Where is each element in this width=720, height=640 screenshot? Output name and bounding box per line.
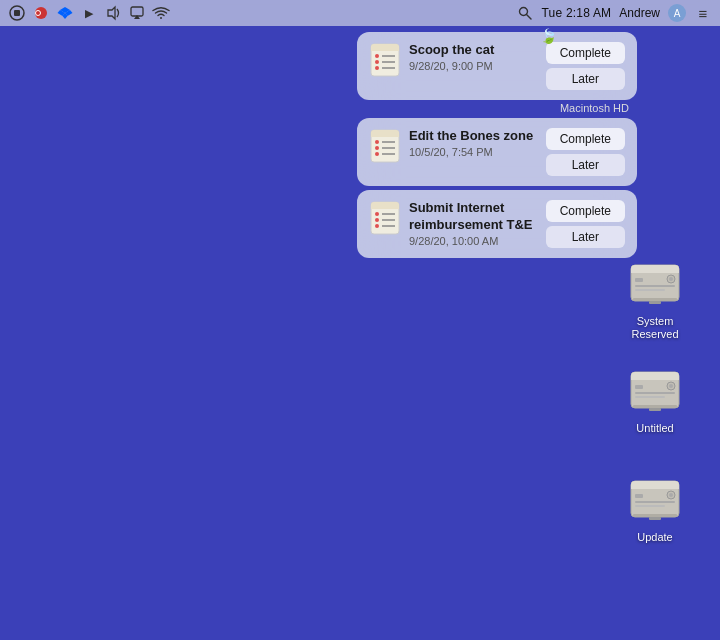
- svg-rect-64: [635, 501, 675, 503]
- notification-actions-1: Complete Later: [546, 42, 625, 90]
- chevron-right-icon[interactable]: ▶: [80, 4, 98, 22]
- notification-card-3: Submit Internet reimbursement T&E 9/28/2…: [357, 190, 637, 258]
- volume-icon[interactable]: [104, 4, 122, 22]
- svg-point-29: [375, 152, 379, 156]
- svg-rect-9: [131, 7, 143, 16]
- todo-app-icon-2: [369, 128, 401, 164]
- svg-rect-58: [633, 405, 677, 408]
- svg-rect-53: [635, 385, 643, 389]
- svg-rect-65: [635, 505, 665, 507]
- todo-app-icon-3: [369, 200, 401, 236]
- untitled-label: Untitled: [636, 422, 673, 435]
- notification-card-1: 🍃 Scoop the cat 9/28/20, 9:00 PM Complet…: [357, 32, 637, 100]
- notifications-panel: 🍃 Scoop the cat 9/28/20, 9:00 PM Complet…: [357, 32, 637, 258]
- dropbox-icon[interactable]: [56, 4, 74, 22]
- svg-point-20: [375, 66, 379, 70]
- svg-rect-49: [649, 301, 661, 304]
- svg-point-38: [375, 224, 379, 228]
- menubar-right: Tue 2:18 AM Andrew A ≡: [516, 4, 712, 22]
- svg-rect-59: [649, 408, 661, 411]
- svg-rect-62: [631, 486, 679, 489]
- svg-point-57: [669, 384, 673, 388]
- notification-card-2: Edit the Bones zone 10/5/20, 7:54 PM Com…: [357, 118, 637, 186]
- desktop-icon-untitled[interactable]: Untitled: [615, 362, 695, 435]
- notification-actions-2: Complete Later: [546, 128, 625, 176]
- todo-app-icon-1: [369, 42, 401, 78]
- svg-point-27: [375, 146, 379, 150]
- complete-button-1[interactable]: Complete: [546, 42, 625, 64]
- svg-rect-63: [635, 494, 643, 498]
- notification-title-1: Scoop the cat: [409, 42, 538, 59]
- desktop-icon-system-reserved[interactable]: System Reserved: [615, 255, 695, 341]
- notification-title-3: Submit Internet reimbursement T&E: [409, 200, 538, 234]
- later-button-3[interactable]: Later: [546, 226, 625, 248]
- notification-content-1: Scoop the cat 9/28/20, 9:00 PM: [409, 42, 538, 72]
- svg-point-25: [375, 140, 379, 144]
- later-button-1[interactable]: Later: [546, 68, 625, 90]
- notification-date-3: 9/28/20, 10:00 AM: [409, 235, 538, 247]
- svg-line-12: [526, 15, 531, 20]
- menubar-user: Andrew: [619, 6, 660, 20]
- notification-date-2: 10/5/20, 7:54 PM: [409, 146, 538, 158]
- svg-rect-44: [635, 285, 675, 287]
- svg-rect-48: [633, 298, 677, 301]
- record-icon[interactable]: [32, 4, 50, 22]
- svg-rect-24: [371, 134, 399, 137]
- svg-rect-69: [649, 517, 661, 520]
- svg-rect-15: [371, 48, 399, 51]
- update-label: Update: [637, 531, 672, 544]
- menubar-time: Tue 2:18 AM: [542, 6, 612, 20]
- notification-content-3: Submit Internet reimbursement T&E 9/28/2…: [409, 200, 538, 247]
- svg-point-47: [669, 277, 673, 281]
- svg-point-34: [375, 212, 379, 216]
- svg-rect-1: [14, 10, 20, 16]
- svg-rect-52: [631, 377, 679, 380]
- svg-rect-45: [635, 289, 665, 291]
- airplay-icon[interactable]: [128, 4, 146, 22]
- notification-title-2: Edit the Bones zone: [409, 128, 538, 145]
- stop-circle-icon[interactable]: [8, 4, 26, 22]
- svg-rect-55: [635, 396, 665, 398]
- leaf-decoration: 🍃: [540, 28, 557, 44]
- system-reserved-label: System Reserved: [615, 315, 695, 341]
- svg-rect-68: [633, 514, 677, 517]
- svg-point-16: [375, 54, 379, 58]
- complete-button-3[interactable]: Complete: [546, 200, 625, 222]
- wifi-icon[interactable]: [152, 4, 170, 22]
- notification-content-2: Edit the Bones zone 10/5/20, 7:54 PM: [409, 128, 538, 158]
- svg-point-3: [36, 11, 41, 16]
- svg-point-67: [669, 493, 673, 497]
- svg-marker-8: [108, 7, 115, 19]
- svg-point-18: [375, 60, 379, 64]
- notification-date-1: 9/28/20, 9:00 PM: [409, 60, 538, 72]
- notification-actions-3: Complete Later: [546, 200, 625, 248]
- user-avatar[interactable]: A: [668, 4, 686, 22]
- svg-rect-43: [635, 278, 643, 282]
- menubar-left: ▶: [8, 4, 170, 22]
- desktop-icon-update[interactable]: Update: [615, 471, 695, 544]
- search-icon[interactable]: [516, 4, 534, 22]
- menubar: ▶ T: [0, 0, 720, 26]
- svg-point-36: [375, 218, 379, 222]
- macintosh-hd-label: Macintosh HD: [357, 102, 637, 114]
- svg-rect-33: [371, 206, 399, 209]
- svg-rect-54: [635, 392, 675, 394]
- menu-list-icon[interactable]: ≡: [694, 4, 712, 22]
- svg-rect-42: [631, 270, 679, 273]
- complete-button-2[interactable]: Complete: [546, 128, 625, 150]
- later-button-2[interactable]: Later: [546, 154, 625, 176]
